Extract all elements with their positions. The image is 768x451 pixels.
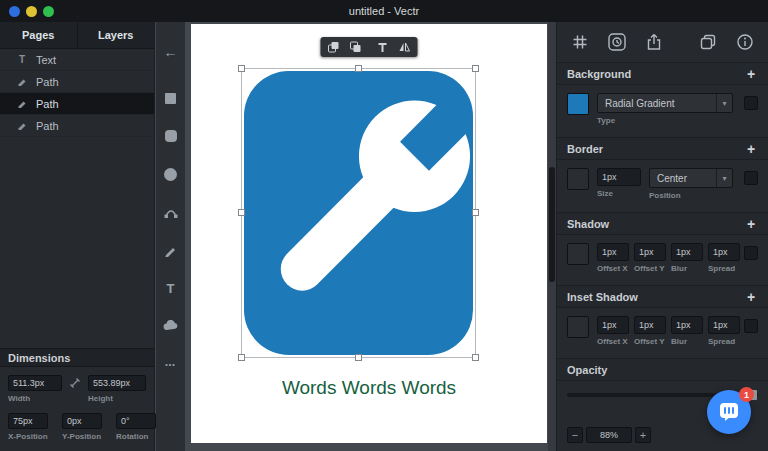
pen-tool[interactable] xyxy=(161,202,181,222)
inset-shadow-section-header: Inset Shadow + xyxy=(557,285,768,308)
layers-list: T Text Path Path Path xyxy=(0,49,154,137)
inset-shadow-color-swatch[interactable] xyxy=(567,316,589,338)
rounded-rectangle-tool[interactable] xyxy=(161,126,181,146)
layer-item-text[interactable]: T Text xyxy=(0,49,154,71)
bezier-icon xyxy=(164,205,178,219)
cloud-upload-icon xyxy=(163,320,179,332)
background-title: Background xyxy=(567,68,631,80)
left-panel: Pages Layers T Text Path Path xyxy=(0,22,155,451)
window-minimize-button[interactable] xyxy=(26,6,37,17)
tab-pages[interactable]: Pages xyxy=(0,22,78,48)
inset-shadow-offset-y-field[interactable] xyxy=(634,316,666,334)
style-panel-toolbar xyxy=(557,22,768,62)
resize-handle-middle-right[interactable] xyxy=(472,209,479,216)
chat-widget-button[interactable]: 1 xyxy=(707,390,751,434)
shadow-color-swatch[interactable] xyxy=(567,243,589,265)
titlebar: untitled - Vectr xyxy=(0,0,768,22)
add-shadow-button[interactable]: + xyxy=(744,217,758,231)
ellipse-tool[interactable] xyxy=(161,164,181,184)
inset-shadow-spread-field[interactable] xyxy=(708,316,740,334)
wrench-icon-graphic[interactable] xyxy=(244,71,473,355)
background-color-swatch[interactable] xyxy=(567,93,589,115)
back-button[interactable]: ← xyxy=(161,42,181,62)
x-position-field[interactable] xyxy=(8,413,48,429)
opacity-section-header: Opacity xyxy=(557,358,768,381)
canvas-area: Words Words Words xyxy=(185,22,556,451)
window-close-button[interactable] xyxy=(9,6,20,17)
resize-handle-bottom-right[interactable] xyxy=(472,354,479,361)
window-controls xyxy=(9,0,54,22)
border-position-dropdown[interactable]: Center ▾ xyxy=(649,168,733,188)
ellipse-icon xyxy=(164,168,177,181)
zoom-controls: − 88% + xyxy=(567,427,651,443)
background-type-dropdown[interactable]: Radial Gradient ▾ xyxy=(597,93,733,113)
resize-handle-top-left[interactable] xyxy=(238,65,245,72)
inset-shadow-visible-checkbox[interactable] xyxy=(744,319,758,333)
layer-item-path[interactable]: Path xyxy=(0,71,154,93)
pencil-tool[interactable] xyxy=(161,240,181,260)
add-border-button[interactable]: + xyxy=(744,142,758,156)
text-tool[interactable]: T xyxy=(161,278,181,298)
y-position-field[interactable] xyxy=(62,413,102,429)
rotation-field[interactable] xyxy=(116,413,156,429)
border-position-label: Position xyxy=(649,191,733,200)
zoom-out-button[interactable]: − xyxy=(567,427,583,443)
resize-handle-bottom-left[interactable] xyxy=(238,354,245,361)
selected-object[interactable] xyxy=(241,68,476,358)
zoom-in-button[interactable]: + xyxy=(635,427,651,443)
border-visible-checkbox[interactable] xyxy=(744,171,758,185)
rounded-rectangle-icon xyxy=(165,130,177,142)
canvas-text-object[interactable]: Words Words Words xyxy=(191,377,547,399)
pages-icon[interactable] xyxy=(697,31,719,53)
tab-layers[interactable]: Layers xyxy=(78,22,155,48)
layer-item-path[interactable]: Path xyxy=(0,115,154,137)
zoom-level-value[interactable]: 88% xyxy=(586,427,632,443)
width-field[interactable] xyxy=(8,375,62,391)
bring-to-front-button[interactable] xyxy=(324,39,344,55)
path-layer-icon xyxy=(16,120,28,132)
resize-handle-middle-left[interactable] xyxy=(238,209,245,216)
shadow-blur-field[interactable] xyxy=(671,243,703,261)
rectangle-tool[interactable] xyxy=(161,88,181,108)
inset-shadow-blur-field[interactable] xyxy=(671,316,703,334)
height-field[interactable] xyxy=(88,375,146,391)
chevron-down-icon: ▾ xyxy=(716,94,732,112)
add-inset-shadow-button[interactable]: + xyxy=(744,290,758,304)
history-icon[interactable] xyxy=(606,31,628,53)
resize-handle-top-right[interactable] xyxy=(472,65,479,72)
canvas-scrollbar xyxy=(548,22,556,451)
height-label: Height xyxy=(88,394,146,403)
grid-icon[interactable] xyxy=(569,31,591,53)
flip-vertical-button[interactable] xyxy=(395,39,415,55)
border-size-field[interactable] xyxy=(597,168,641,186)
selection-toolbar xyxy=(321,37,418,57)
more-tools-button[interactable]: ••• xyxy=(161,354,181,374)
shadow-offset-x-field[interactable] xyxy=(597,243,629,261)
export-icon[interactable] xyxy=(643,31,665,53)
flip-horizontal-button[interactable] xyxy=(373,39,393,55)
y-position-label: Y-Position xyxy=(62,432,102,441)
background-visible-checkbox[interactable] xyxy=(744,96,758,110)
shadow-visible-checkbox[interactable] xyxy=(744,246,758,260)
send-to-back-button[interactable] xyxy=(346,39,366,55)
image-upload-tool[interactable] xyxy=(161,316,181,336)
window-zoom-button[interactable] xyxy=(43,6,54,17)
link-dimensions-icon[interactable] xyxy=(68,375,82,391)
ellipsis-icon: ••• xyxy=(165,361,175,368)
artboard[interactable]: Words Words Words xyxy=(191,24,547,443)
resize-handle-top-middle[interactable] xyxy=(355,65,362,72)
border-title: Border xyxy=(567,143,603,155)
border-color-swatch[interactable] xyxy=(567,168,589,190)
border-section: Size Center ▾ Position xyxy=(557,160,768,212)
right-panel: Background + Radial Gradient ▾ Type Bord… xyxy=(556,22,768,451)
scrollbar-thumb[interactable] xyxy=(549,167,555,282)
add-background-button[interactable]: + xyxy=(744,67,758,81)
shadow-offset-y-field[interactable] xyxy=(634,243,666,261)
resize-handle-bottom-middle[interactable] xyxy=(355,354,362,361)
border-position-value: Center xyxy=(657,173,687,184)
inset-shadow-offset-x-field[interactable] xyxy=(597,316,629,334)
shadow-spread-field[interactable] xyxy=(708,243,740,261)
layer-item-path-selected[interactable]: Path xyxy=(0,93,154,115)
info-icon[interactable] xyxy=(734,31,756,53)
send-to-back-icon xyxy=(350,41,362,53)
